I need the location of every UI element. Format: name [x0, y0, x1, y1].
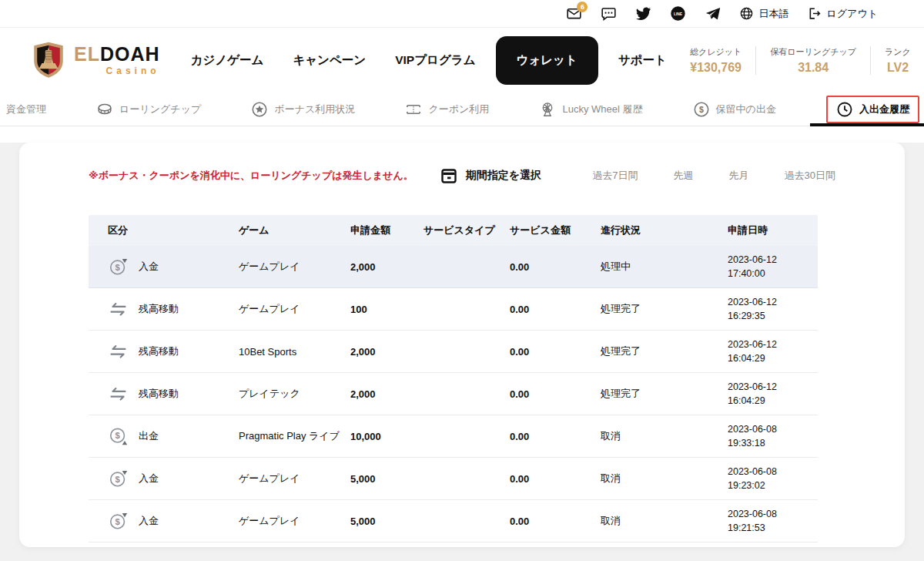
- stat-1: 保有ローリングチップ31.84: [756, 46, 871, 75]
- subnav-tab-0[interactable]: 資金管理: [6, 102, 46, 116]
- transaction-type-label: 残高移動: [139, 387, 179, 401]
- column-header-4: サービス金額: [510, 223, 601, 237]
- nav-item-3[interactable]: ウォレット: [496, 36, 598, 85]
- service-amount-cell: 0.00: [510, 388, 601, 400]
- brand-logo[interactable]: ELDOAH Casino: [31, 41, 160, 79]
- table-row[interactable]: 残高移動プレイテック2,0000.00処理完了2023-06-1216:04:2…: [89, 373, 818, 415]
- coupon-icon: [405, 101, 422, 118]
- period-select-button[interactable]: 期間指定を選択: [440, 166, 541, 185]
- subnav-tab-1[interactable]: ローリングチップ: [96, 101, 201, 118]
- nav-item-1[interactable]: キャンペーン: [283, 45, 375, 76]
- logout-button[interactable]: ログアウト: [807, 6, 878, 21]
- telegram-icon[interactable]: [705, 5, 721, 22]
- line-icon[interactable]: LINE: [670, 5, 686, 22]
- stat-label: 総クレジット: [690, 46, 742, 58]
- language-selector[interactable]: 日本語: [739, 6, 788, 21]
- brand-subtitle: Casino: [74, 66, 160, 76]
- table-body: $入金ゲームプレイ2,0000.00処理中2023-06-1217:40:00残…: [89, 246, 818, 543]
- transaction-type-label: 残高移動: [139, 302, 179, 316]
- datetime-cell: 2023-06-1216:29:35: [728, 295, 818, 323]
- transaction-type-cell: $入金: [108, 257, 239, 277]
- table-row[interactable]: $入金ゲームプレイ5,0000.00取消2023-06-0819:21:53: [89, 500, 818, 543]
- column-header-6: 申請日時: [728, 223, 818, 237]
- transfer-icon: [108, 384, 129, 405]
- wallet-subnav: 資金管理ローリングチップボーナス利用状況クーポン利用Lucky Wheel 履歴…: [0, 92, 924, 126]
- table-row[interactable]: $入金ゲームプレイ5,0000.00取消2023-06-0819:23:02: [89, 458, 818, 500]
- chat-icon[interactable]: [601, 5, 617, 22]
- nav-item-4[interactable]: サポート: [609, 45, 676, 76]
- request-amount-cell: 2,000: [350, 261, 424, 273]
- nav-item-0[interactable]: カジノゲーム: [182, 45, 273, 76]
- subnav-tab-6[interactable]: 入出金履歴: [826, 96, 919, 123]
- table-row[interactable]: $入金ゲームプレイ2,0000.00処理中2023-06-1217:40:00: [89, 246, 818, 288]
- nav-item-2[interactable]: VIPプログラム: [386, 45, 484, 76]
- deposit-icon: $: [108, 257, 129, 277]
- mail-icon[interactable]: 6: [566, 5, 582, 22]
- service-amount-cell: 0.00: [510, 431, 601, 442]
- game-cell: ゲームプレイ: [239, 472, 350, 485]
- transfer-icon: [108, 299, 129, 320]
- svg-text:LINE: LINE: [674, 12, 683, 16]
- service-amount-cell: 0.00: [510, 473, 601, 485]
- datetime-cell: 2023-06-0819:23:02: [728, 465, 818, 492]
- date-line: 2023-06-08: [728, 422, 818, 436]
- withdraw-icon: $: [108, 426, 129, 447]
- table-row[interactable]: 残高移動ゲームプレイ1000.00処理完了2023-06-1216:29:35: [89, 288, 818, 331]
- stat-2: ランクLV2: [871, 46, 924, 75]
- history-card: ※ボーナス・クーポンを消化中に、ローリングチップは発生しません。 期間指定を選択…: [19, 143, 905, 547]
- status-cell: 処理完了: [601, 302, 728, 316]
- transaction-type-label: 入金: [139, 472, 159, 485]
- period-option-0[interactable]: 過去7日間: [592, 169, 638, 183]
- date-line: 2023-06-08: [728, 507, 818, 521]
- request-amount-cell: 5,000: [350, 516, 424, 527]
- service-amount-cell: 0.00: [510, 261, 601, 273]
- twitter-icon[interactable]: [635, 5, 651, 22]
- calendar-icon: [440, 166, 458, 185]
- subnav-tab-label: 入出金履歴: [859, 102, 909, 116]
- mail-badge: 6: [577, 2, 588, 12]
- time-line: 19:33:18: [728, 436, 818, 450]
- filter-row: ※ボーナス・クーポンを消化中に、ローリングチップは発生しません。 期間指定を選択…: [89, 166, 835, 186]
- date-line: 2023-06-12: [728, 338, 818, 351]
- deposit-icon: $: [108, 469, 129, 489]
- subnav-tab-4[interactable]: Lucky Wheel 履歴: [539, 101, 642, 118]
- subnav-tab-3[interactable]: クーポン利用: [405, 101, 489, 118]
- transaction-type-cell: 残高移動: [108, 384, 239, 405]
- transfer-icon: [108, 341, 129, 362]
- game-cell: ゲームプレイ: [239, 260, 350, 274]
- eldoah-shield-icon: [31, 41, 66, 79]
- time-line: 16:29:35: [728, 309, 818, 323]
- table-row[interactable]: $出金Pragmatic Play ライブ10,0000.00取消2023-06…: [89, 415, 818, 458]
- status-cell: 取消: [601, 472, 728, 485]
- transaction-table: 区分ゲーム申請金額サービスタイプサービス金額進行状況申請日時 $入金ゲームプレイ…: [89, 215, 818, 543]
- period-option-3[interactable]: 過去30日間: [785, 169, 835, 183]
- request-amount-cell: 100: [350, 304, 424, 315]
- game-cell: Pragmatic Play ライブ: [239, 429, 350, 443]
- status-cell: 処理完了: [601, 344, 728, 358]
- column-header-2: 申請金額: [350, 223, 424, 237]
- date-line: 2023-06-12: [728, 253, 818, 267]
- status-cell: 取消: [601, 514, 728, 528]
- subnav-tab-5[interactable]: $保留中の出金: [693, 101, 776, 118]
- period-option-2[interactable]: 先月: [729, 169, 749, 183]
- datetime-cell: 2023-06-1217:40:00: [728, 253, 818, 280]
- date-line: 2023-06-12: [728, 380, 818, 394]
- time-line: 16:04:29: [728, 394, 818, 408]
- service-amount-cell: 0.00: [510, 346, 601, 358]
- subnav-tab-label: Lucky Wheel 履歴: [562, 102, 642, 116]
- svg-text:$: $: [699, 104, 704, 113]
- status-cell: 処理完了: [601, 387, 728, 401]
- deposit-icon: $: [108, 511, 129, 532]
- column-header-1: ゲーム: [239, 223, 350, 237]
- column-header-3: サービスタイプ: [424, 223, 510, 237]
- table-row[interactable]: 残高移動10Bet Sports2,0000.00処理完了2023-06-121…: [89, 331, 818, 373]
- period-option-1[interactable]: 先週: [674, 169, 694, 183]
- transaction-type-cell: $入金: [108, 469, 239, 489]
- request-amount-cell: 5,000: [350, 473, 424, 485]
- subnav-tab-label: 保留中の出金: [716, 102, 776, 116]
- svg-text:$: $: [115, 475, 120, 484]
- dollar-circle-icon: $: [693, 101, 710, 118]
- svg-text:$: $: [115, 263, 120, 272]
- subnav-tab-2[interactable]: ボーナス利用状況: [251, 101, 355, 118]
- subnav-tab-label: ローリングチップ: [119, 102, 201, 116]
